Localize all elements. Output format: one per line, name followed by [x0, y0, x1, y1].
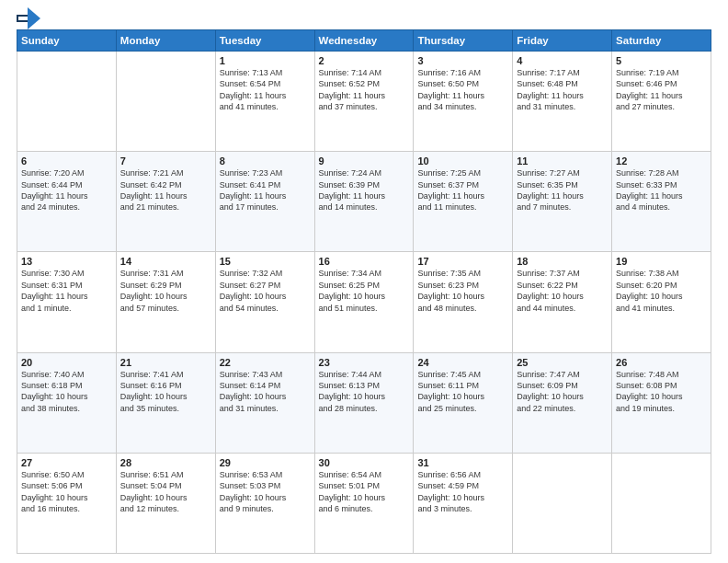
day-info: Sunrise: 7:43 AMSunset: 6:14 PMDaylight:… — [220, 369, 311, 415]
day-number: 11 — [517, 155, 608, 167]
calendar-week-1: 1Sunrise: 7:13 AMSunset: 6:54 PMDaylight… — [17, 52, 711, 152]
day-number: 29 — [220, 457, 311, 468]
calendar-cell: 5Sunrise: 7:19 AMSunset: 6:46 PMDaylight… — [612, 52, 711, 152]
calendar-cell: 10Sunrise: 7:25 AMSunset: 6:37 PMDayligh… — [414, 152, 513, 252]
day-number: 28 — [120, 457, 211, 468]
day-info: Sunrise: 6:56 AMSunset: 4:59 PMDaylight:… — [417, 469, 508, 515]
calendar-cell: 7Sunrise: 7:21 AMSunset: 6:42 PMDaylight… — [116, 152, 215, 252]
calendar-cell: 13Sunrise: 7:30 AMSunset: 6:31 PMDayligh… — [17, 252, 117, 352]
calendar-cell — [17, 52, 117, 152]
calendar-cell: 4Sunrise: 7:17 AMSunset: 6:48 PMDaylight… — [513, 52, 612, 152]
day-info: Sunrise: 7:27 AMSunset: 6:35 PMDaylight:… — [517, 167, 608, 213]
day-info: Sunrise: 7:44 AMSunset: 6:13 PMDaylight:… — [319, 369, 410, 415]
day-info: Sunrise: 7:30 AMSunset: 6:31 PMDaylight:… — [21, 268, 112, 314]
day-info: Sunrise: 7:34 AMSunset: 6:25 PMDaylight:… — [319, 268, 410, 314]
weekday-monday: Monday — [116, 30, 215, 52]
calendar-cell: 22Sunrise: 7:43 AMSunset: 6:14 PMDayligh… — [215, 352, 314, 453]
day-number: 22 — [220, 357, 311, 368]
day-info: Sunrise: 7:23 AMSunset: 6:41 PMDaylight:… — [220, 167, 311, 213]
calendar-cell: 30Sunrise: 6:54 AMSunset: 5:01 PMDayligh… — [314, 453, 414, 553]
day-number: 27 — [21, 457, 112, 468]
calendar-cell — [612, 453, 711, 553]
calendar-cell: 16Sunrise: 7:34 AMSunset: 6:25 PMDayligh… — [314, 252, 414, 352]
day-info: Sunrise: 7:14 AMSunset: 6:52 PMDaylight:… — [319, 67, 410, 113]
calendar-cell: 18Sunrise: 7:37 AMSunset: 6:22 PMDayligh… — [513, 252, 612, 352]
day-number: 7 — [120, 155, 211, 167]
day-info: Sunrise: 7:17 AMSunset: 6:48 PMDaylight:… — [517, 67, 608, 113]
header — [17, 15, 711, 22]
calendar-cell — [513, 453, 612, 553]
weekday-thursday: Thursday — [414, 30, 513, 52]
day-info: Sunrise: 7:37 AMSunset: 6:22 PMDaylight:… — [517, 268, 608, 314]
day-number: 18 — [517, 256, 608, 267]
calendar-cell: 25Sunrise: 7:47 AMSunset: 6:09 PMDayligh… — [513, 352, 612, 453]
calendar-cell: 26Sunrise: 7:48 AMSunset: 6:08 PMDayligh… — [612, 352, 711, 453]
day-number: 5 — [616, 55, 707, 66]
calendar-cell: 3Sunrise: 7:16 AMSunset: 6:50 PMDaylight… — [414, 52, 513, 152]
day-info: Sunrise: 7:21 AMSunset: 6:42 PMDaylight:… — [120, 167, 211, 213]
calendar-table: SundayMondayTuesdayWednesdayThursdayFrid… — [17, 29, 711, 554]
calendar-cell: 11Sunrise: 7:27 AMSunset: 6:35 PMDayligh… — [513, 152, 612, 252]
calendar-cell: 2Sunrise: 7:14 AMSunset: 6:52 PMDaylight… — [314, 52, 414, 152]
calendar-cell: 28Sunrise: 6:51 AMSunset: 5:04 PMDayligh… — [116, 453, 215, 553]
day-info: Sunrise: 7:25 AMSunset: 6:37 PMDaylight:… — [417, 167, 508, 213]
calendar-cell: 9Sunrise: 7:24 AMSunset: 6:39 PMDaylight… — [314, 152, 414, 252]
logo — [17, 15, 29, 22]
day-info: Sunrise: 7:28 AMSunset: 6:33 PMDaylight:… — [616, 167, 707, 213]
day-info: Sunrise: 7:13 AMSunset: 6:54 PMDaylight:… — [220, 67, 311, 113]
day-info: Sunrise: 7:20 AMSunset: 6:44 PMDaylight:… — [21, 167, 112, 213]
day-number: 15 — [220, 256, 311, 267]
day-info: Sunrise: 7:41 AMSunset: 6:16 PMDaylight:… — [120, 369, 211, 415]
calendar-cell: 19Sunrise: 7:38 AMSunset: 6:20 PMDayligh… — [612, 252, 711, 352]
weekday-sunday: Sunday — [17, 30, 117, 52]
day-info: Sunrise: 7:45 AMSunset: 6:11 PMDaylight:… — [417, 369, 508, 415]
day-number: 8 — [220, 155, 311, 167]
calendar-cell: 29Sunrise: 6:53 AMSunset: 5:03 PMDayligh… — [215, 453, 314, 553]
calendar-week-2: 6Sunrise: 7:20 AMSunset: 6:44 PMDaylight… — [17, 152, 711, 252]
day-info: Sunrise: 7:48 AMSunset: 6:08 PMDaylight:… — [616, 369, 707, 415]
calendar-cell: 8Sunrise: 7:23 AMSunset: 6:41 PMDaylight… — [215, 152, 314, 252]
calendar-week-3: 13Sunrise: 7:30 AMSunset: 6:31 PMDayligh… — [17, 252, 711, 352]
calendar-cell: 21Sunrise: 7:41 AMSunset: 6:16 PMDayligh… — [116, 352, 215, 453]
day-number: 31 — [417, 457, 508, 468]
day-info: Sunrise: 7:31 AMSunset: 6:29 PMDaylight:… — [120, 268, 211, 314]
day-number: 20 — [21, 357, 112, 368]
weekday-header-row: SundayMondayTuesdayWednesdayThursdayFrid… — [17, 30, 711, 52]
calendar-cell: 20Sunrise: 7:40 AMSunset: 6:18 PMDayligh… — [17, 352, 117, 453]
day-info: Sunrise: 6:54 AMSunset: 5:01 PMDaylight:… — [319, 469, 410, 515]
calendar-cell: 6Sunrise: 7:20 AMSunset: 6:44 PMDaylight… — [17, 152, 117, 252]
day-number: 12 — [616, 155, 707, 167]
day-number: 14 — [120, 256, 211, 267]
calendar-cell: 1Sunrise: 7:13 AMSunset: 6:54 PMDaylight… — [215, 52, 314, 152]
day-number: 2 — [319, 55, 410, 66]
day-number: 9 — [319, 155, 410, 167]
weekday-tuesday: Tuesday — [215, 30, 314, 52]
weekday-wednesday: Wednesday — [314, 30, 414, 52]
calendar-cell: 15Sunrise: 7:32 AMSunset: 6:27 PMDayligh… — [215, 252, 314, 352]
calendar-week-4: 20Sunrise: 7:40 AMSunset: 6:18 PMDayligh… — [17, 352, 711, 453]
day-number: 25 — [517, 357, 608, 368]
day-number: 6 — [21, 155, 112, 167]
calendar-cell: 17Sunrise: 7:35 AMSunset: 6:23 PMDayligh… — [414, 252, 513, 352]
calendar-cell — [116, 52, 215, 152]
logo-box — [17, 15, 29, 22]
day-info: Sunrise: 6:51 AMSunset: 5:04 PMDaylight:… — [120, 469, 211, 515]
day-number: 23 — [319, 357, 410, 368]
calendar-cell: 12Sunrise: 7:28 AMSunset: 6:33 PMDayligh… — [612, 152, 711, 252]
weekday-saturday: Saturday — [612, 30, 711, 52]
day-info: Sunrise: 7:32 AMSunset: 6:27 PMDaylight:… — [220, 268, 311, 314]
day-info: Sunrise: 7:38 AMSunset: 6:20 PMDaylight:… — [616, 268, 707, 314]
day-info: Sunrise: 7:40 AMSunset: 6:18 PMDaylight:… — [21, 369, 112, 415]
day-info: Sunrise: 6:50 AMSunset: 5:06 PMDaylight:… — [21, 469, 112, 515]
day-number: 16 — [319, 256, 410, 267]
day-number: 3 — [417, 55, 508, 66]
day-number: 21 — [120, 357, 211, 368]
page: SundayMondayTuesdayWednesdayThursdayFrid… — [0, 0, 728, 563]
calendar-cell: 14Sunrise: 7:31 AMSunset: 6:29 PMDayligh… — [116, 252, 215, 352]
day-number: 26 — [616, 357, 707, 368]
calendar-cell: 27Sunrise: 6:50 AMSunset: 5:06 PMDayligh… — [17, 453, 117, 553]
day-info: Sunrise: 7:47 AMSunset: 6:09 PMDaylight:… — [517, 369, 608, 415]
day-number: 17 — [417, 256, 508, 267]
calendar-cell: 23Sunrise: 7:44 AMSunset: 6:13 PMDayligh… — [314, 352, 414, 453]
day-number: 1 — [220, 55, 311, 66]
